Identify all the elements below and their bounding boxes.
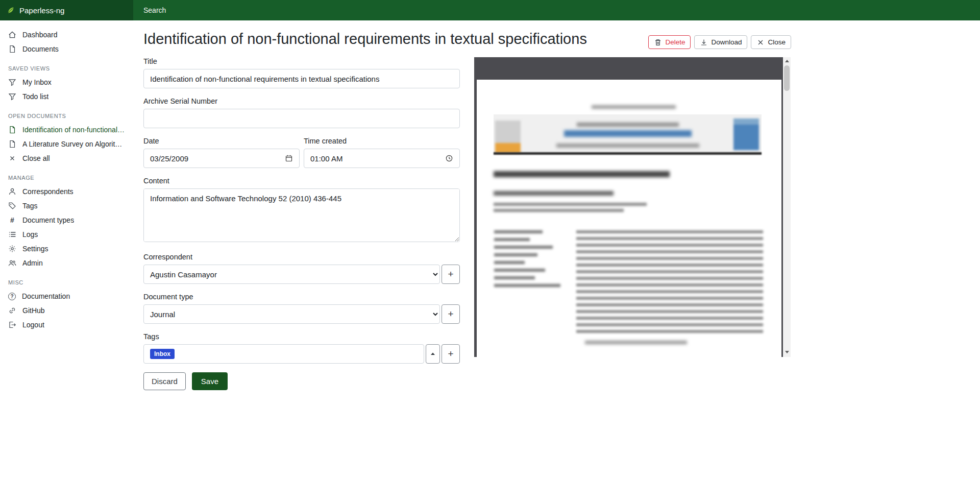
pdf-page — [477, 80, 781, 357]
file-icon — [8, 45, 16, 53]
list-icon — [8, 230, 16, 238]
time-created-label: Time created — [304, 137, 460, 145]
time-created-input[interactable]: 01:00 AM — [304, 149, 460, 168]
sidebar-item-admin[interactable]: Admin — [0, 256, 133, 270]
sidebar-item-todo-list[interactable]: Todo list — [0, 89, 133, 104]
sidebar-item-close-all[interactable]: Close all — [0, 151, 133, 165]
sidebar-item-label: Logs — [22, 230, 38, 238]
pdf-blurred-line — [494, 209, 624, 212]
tag-badge-inbox[interactable]: Inbox — [150, 349, 175, 359]
house-icon — [8, 31, 16, 39]
sidebar-item-documentation[interactable]: ? Documentation — [0, 289, 133, 303]
section-heading-misc: MISC — [0, 279, 133, 285]
tags-label: Tags — [143, 332, 460, 341]
funnel-icon — [8, 92, 16, 101]
delete-button-label: Delete — [665, 38, 685, 46]
save-button[interactable]: Save — [192, 372, 228, 390]
add-document-type-button[interactable]: + — [442, 304, 460, 324]
section-heading-manage: MANAGE — [0, 175, 133, 181]
asn-input[interactable] — [143, 109, 460, 128]
sidebar-item-label: Logout — [22, 321, 44, 329]
close-button[interactable]: Close — [751, 35, 791, 49]
sidebar-item-label: GitHub — [22, 306, 45, 315]
sidebar-open-document-1[interactable]: Identification of non-functional require… — [0, 123, 133, 137]
pdf-scrollbar-thumb[interactable] — [784, 65, 790, 91]
date-label: Date — [143, 137, 300, 145]
page-title: Identification of non-functional require… — [143, 29, 587, 49]
sidebar-item-my-inbox[interactable]: My Inbox — [0, 75, 133, 89]
sidebar-item-github[interactable]: GitHub — [0, 303, 133, 318]
title-input[interactable] — [143, 69, 460, 88]
sidebar-item-logout[interactable]: Logout — [0, 318, 133, 332]
pdf-preview[interactable] — [474, 57, 791, 357]
app-brand[interactable]: Paperless-ng — [0, 0, 133, 20]
sidebar-item-label: My Inbox — [22, 78, 52, 86]
sidebar-item-settings[interactable]: Settings — [0, 242, 133, 256]
sidebar-item-label: Dashboard — [22, 31, 58, 39]
date-input[interactable]: 03/25/2009 — [143, 149, 300, 168]
funnel-icon — [8, 78, 16, 86]
delete-button[interactable]: Delete — [648, 35, 691, 49]
pdf-blurred-article-info — [494, 230, 560, 292]
sidebar-item-label: Todo list — [22, 92, 48, 101]
sidebar-item-label: Document types — [22, 216, 74, 224]
tags-input[interactable]: Inbox — [143, 344, 424, 364]
content-label: Content — [143, 177, 460, 185]
pdf-blurred-journal-name — [564, 130, 692, 137]
clock-icon[interactable] — [445, 154, 453, 162]
section-heading-saved-views: SAVED VIEWS — [0, 65, 133, 71]
pdf-blurred-line — [577, 123, 679, 127]
document-type-select[interactable]: Journal — [143, 304, 440, 324]
section-heading-open-documents: OPEN DOCUMENTS — [0, 113, 133, 119]
sidebar-item-label: Settings — [22, 245, 48, 253]
sidebar-item-tags[interactable]: Tags — [0, 199, 133, 213]
pdf-blurred-article-title — [494, 171, 670, 177]
download-button[interactable]: Download — [694, 35, 747, 49]
sidebar-item-label: Admin — [22, 259, 43, 267]
discard-button[interactable]: Discard — [143, 372, 186, 390]
sidebar-item-dashboard[interactable]: Dashboard — [0, 28, 133, 42]
date-value: 03/25/2009 — [150, 154, 188, 163]
pdf-blurred-line — [556, 144, 699, 148]
pdf-scrollbar[interactable] — [783, 57, 791, 357]
pdf-blurred-line — [592, 105, 676, 109]
sidebar-item-label: Close all — [22, 154, 50, 162]
sidebar-item-label: Documentation — [22, 292, 70, 300]
people-icon — [8, 259, 16, 267]
logout-icon — [8, 321, 16, 329]
link-icon — [8, 306, 16, 315]
add-tag-button[interactable]: + — [442, 344, 460, 364]
paperless-logo-icon — [7, 6, 15, 14]
sidebar-item-documents[interactable]: Documents — [0, 42, 133, 56]
sidebar-item-label: A Literature Survey on Algorithms for Mu… — [22, 140, 125, 148]
add-correspondent-button[interactable]: + — [442, 265, 460, 284]
hash-icon: # — [8, 216, 16, 224]
file-icon — [8, 140, 16, 148]
sidebar-item-label: Documents — [22, 45, 59, 53]
scroll-down-arrow-icon[interactable] — [783, 348, 791, 356]
x-icon — [756, 38, 765, 46]
title-label: Title — [143, 57, 460, 65]
content-textarea[interactable]: Information and Software Technology 52 (… — [143, 188, 460, 242]
pdf-blurred-authors — [494, 191, 614, 196]
sidebar-item-correspondents[interactable]: Correspondents — [0, 184, 133, 199]
sidebar-item-label: Correspondents — [22, 187, 74, 196]
pdf-blurred-rule — [494, 152, 762, 155]
pdf-blurred-line — [494, 203, 647, 206]
scroll-up-arrow-icon[interactable] — [783, 57, 791, 65]
plus-icon: + — [448, 348, 453, 360]
tag-icon — [8, 202, 16, 210]
caret-up-icon — [429, 350, 437, 358]
correspondent-select[interactable]: Agustin Casamayor — [143, 265, 440, 284]
close-button-label: Close — [768, 38, 786, 46]
calendar-icon[interactable] — [285, 154, 293, 162]
app-title: Paperless-ng — [19, 6, 64, 15]
file-icon — [8, 126, 16, 134]
sidebar-item-logs[interactable]: Logs — [0, 227, 133, 242]
sidebar-item-document-types[interactable]: # Document types — [0, 213, 133, 227]
plus-icon: + — [448, 269, 453, 280]
sidebar-open-document-2[interactable]: A Literature Survey on Algorithms for Mu… — [0, 137, 133, 151]
download-button-label: Download — [711, 38, 742, 46]
tags-dropdown-button[interactable] — [426, 344, 440, 364]
search-input[interactable] — [143, 0, 358, 20]
